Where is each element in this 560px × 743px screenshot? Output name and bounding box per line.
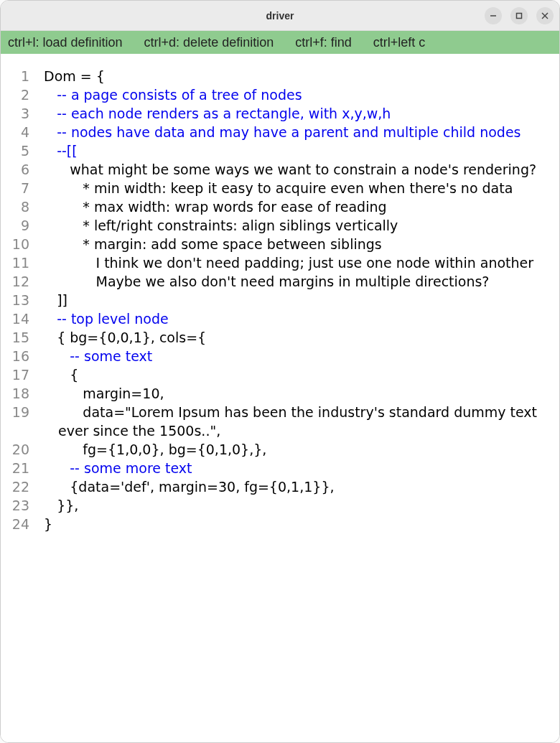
line-number: 8 <box>1 197 44 216</box>
code-line[interactable]: 1Dom = { <box>1 67 559 85</box>
code-content[interactable]: -- top level node <box>44 309 559 328</box>
line-number: 18 <box>1 384 44 403</box>
line-number: 9 <box>1 216 44 235</box>
line-number: 5 <box>1 141 44 160</box>
line-number: 13 <box>1 291 44 309</box>
code-content[interactable]: -- some text <box>44 347 559 365</box>
line-number: 2 <box>1 85 44 104</box>
code-line[interactable]: 8 * max width: wrap words for ease of re… <box>1 197 559 216</box>
line-number: 15 <box>1 328 44 347</box>
line-number: 6 <box>1 160 44 179</box>
code-line[interactable]: 19 data="Lorem Ipsum has been the indust… <box>1 403 559 440</box>
code-content[interactable]: -- some more text <box>44 459 559 477</box>
code-line[interactable]: 14 -- top level node <box>1 309 559 328</box>
code-content[interactable]: margin=10, <box>44 384 559 403</box>
maximize-button[interactable] <box>510 7 528 24</box>
line-number: 21 <box>1 459 44 477</box>
code-line[interactable]: 6 what might be some ways we want to con… <box>1 160 559 179</box>
line-number: 1 <box>1 67 44 85</box>
code-line[interactable]: 9 * left/right constraints: align siblin… <box>1 216 559 235</box>
code-line[interactable]: 15 { bg={0,0,1}, cols={ <box>1 328 559 347</box>
line-number: 7 <box>1 179 44 197</box>
code-content[interactable]: data="Lorem Ipsum has been the industry'… <box>44 403 559 440</box>
code-editor[interactable]: 1Dom = {2 -- a page consists of a tree o… <box>1 54 559 742</box>
code-content[interactable]: }}, <box>44 496 559 515</box>
code-content[interactable]: --[[ <box>44 141 559 160</box>
code-line[interactable]: 10 * margin: add some space between sibl… <box>1 235 559 253</box>
minimize-icon <box>489 11 498 20</box>
code-line[interactable]: 21 -- some more text <box>1 459 559 477</box>
code-content[interactable]: what might be some ways we want to const… <box>44 160 559 179</box>
code-line[interactable]: 23 }}, <box>1 496 559 515</box>
window-title: driver <box>266 10 294 22</box>
code-line[interactable]: 18 margin=10, <box>1 384 559 403</box>
toolbar-delete[interactable]: ctrl+d: delete definition <box>144 35 274 50</box>
close-icon <box>541 11 549 20</box>
toolbar-left[interactable]: ctrl+left c <box>373 35 426 50</box>
line-number: 4 <box>1 123 44 141</box>
code-content[interactable]: * max width: wrap words for ease of read… <box>44 197 559 216</box>
code-line[interactable]: 17 { <box>1 365 559 384</box>
line-number: 24 <box>1 515 44 533</box>
code-content[interactable]: I think we don't need padding; just use … <box>44 253 559 272</box>
code-content[interactable]: fg={1,0,0}, bg={0,1,0},}, <box>44 440 559 459</box>
line-number: 20 <box>1 440 44 459</box>
line-number: 23 <box>1 496 44 515</box>
code-line[interactable]: 24} <box>1 515 559 533</box>
line-number: 17 <box>1 365 44 384</box>
line-number: 11 <box>1 253 44 272</box>
code-line[interactable]: 12 Maybe we also don't need margins in m… <box>1 272 559 291</box>
code-line[interactable]: 22 {data='def', margin=30, fg={0,1,1}}, <box>1 477 559 496</box>
code-content[interactable]: -- a page consists of a tree of nodes <box>44 85 559 104</box>
code-line[interactable]: 16 -- some text <box>1 347 559 365</box>
code-line[interactable]: 20 fg={1,0,0}, bg={0,1,0},}, <box>1 440 559 459</box>
line-number: 22 <box>1 477 44 496</box>
code-content[interactable]: {data='def', margin=30, fg={0,1,1}}, <box>44 477 559 496</box>
window-controls <box>485 7 554 24</box>
toolbar-load[interactable]: ctrl+l: load definition <box>8 35 123 50</box>
code-line[interactable]: 3 -- each node renders as a rectangle, w… <box>1 104 559 123</box>
code-content[interactable]: { bg={0,0,1}, cols={ <box>44 328 559 347</box>
maximize-icon <box>515 11 523 20</box>
code-line[interactable]: 2 -- a page consists of a tree of nodes <box>1 85 559 104</box>
titlebar: driver <box>1 1 559 31</box>
code-line[interactable]: 4 -- nodes have data and may have a pare… <box>1 123 559 141</box>
line-number: 19 <box>1 403 44 421</box>
line-number: 10 <box>1 235 44 253</box>
code-line[interactable]: 7 * min width: keep it easy to acquire e… <box>1 179 559 197</box>
line-number: 16 <box>1 347 44 365</box>
code-line[interactable]: 13 ]] <box>1 291 559 309</box>
code-line[interactable]: 11 I think we don't need padding; just u… <box>1 253 559 272</box>
app-window: driver ctrl+l: load definition ctrl+d: d… <box>0 0 560 743</box>
line-number: 12 <box>1 272 44 291</box>
code-content[interactable]: { <box>44 365 559 384</box>
minimize-button[interactable] <box>485 7 502 24</box>
line-number: 14 <box>1 309 44 328</box>
code-line[interactable]: 5 --[[ <box>1 141 559 160</box>
code-content[interactable]: Maybe we also don't need margins in mult… <box>44 272 559 291</box>
code-content[interactable]: ]] <box>44 291 559 309</box>
code-content[interactable]: } <box>44 515 559 533</box>
svg-rect-1 <box>517 13 522 18</box>
close-button[interactable] <box>536 7 554 24</box>
line-number: 3 <box>1 104 44 123</box>
code-content[interactable]: -- each node renders as a rectangle, wit… <box>44 104 559 123</box>
code-content[interactable]: Dom = { <box>44 67 559 85</box>
code-content[interactable]: * margin: add some space between sibling… <box>44 235 559 253</box>
code-content[interactable]: * left/right constraints: align siblings… <box>44 216 559 235</box>
toolbar-find[interactable]: ctrl+f: find <box>295 35 352 50</box>
toolbar: ctrl+l: load definition ctrl+d: delete d… <box>1 31 559 54</box>
code-content[interactable]: -- nodes have data and may have a parent… <box>44 123 559 141</box>
code-content[interactable]: * min width: keep it easy to acquire eve… <box>44 179 559 197</box>
